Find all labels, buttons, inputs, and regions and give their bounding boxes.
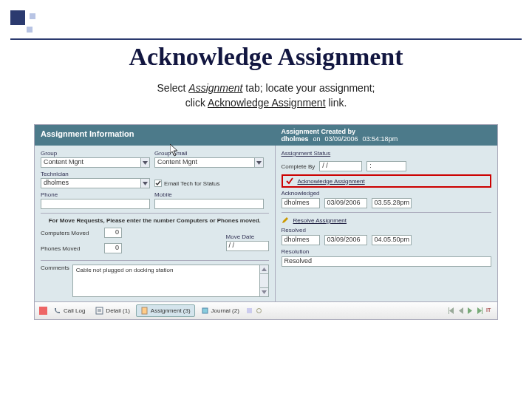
check-icon: [286, 177, 293, 185]
comments-value: Cable not plugged on docking station: [73, 265, 268, 275]
first-icon[interactable]: [448, 307, 454, 314]
created-by-label: Assignment Created by: [282, 128, 491, 135]
phone-input[interactable]: [41, 199, 150, 209]
left-column: Group Content Mgnt Group Email Content M…: [35, 146, 276, 301]
assignment-status-label: Assignment Status: [282, 150, 491, 157]
move-date-label: Move Date: [226, 233, 269, 240]
comments-textarea[interactable]: Cable not plugged on docking station: [72, 265, 269, 297]
chevron-down-icon[interactable]: [141, 157, 150, 168]
scrollbar[interactable]: [259, 265, 268, 296]
scroll-up-icon[interactable]: [260, 265, 268, 274]
clipboard-icon: [140, 307, 149, 315]
chevron-down-icon[interactable]: [141, 178, 150, 188]
group-email-label: Group Email: [154, 150, 264, 157]
group-email-value: Content Mgnt: [154, 157, 255, 168]
svg-rect-5: [202, 308, 208, 313]
detail-icon: [95, 307, 103, 315]
complete-by-time-input[interactable]: :: [366, 161, 406, 171]
ack-user: dholmes: [282, 198, 320, 208]
tool-icon[interactable]: [255, 307, 263, 315]
slide-corner-accent: [10, 10, 37, 37]
subtitle-assignment-tab: Assignment: [188, 82, 242, 94]
resolved-date: 03/09/2006: [324, 235, 367, 245]
computers-moved-label: Computers Moved: [41, 230, 100, 236]
subtitle-text: Select: [157, 82, 189, 94]
app-header: Assignment Information Assignment Create…: [35, 125, 497, 146]
tab-detail[interactable]: Detail (1): [91, 304, 134, 317]
group-email-select[interactable]: Content Mgnt: [154, 157, 264, 168]
group-select[interactable]: Content Mgnt: [41, 157, 150, 168]
tab-journal[interactable]: Journal (2): [197, 304, 244, 317]
last-icon[interactable]: [477, 307, 483, 314]
tab-label: Detail (1): [106, 307, 129, 314]
group-value: Content Mgnt: [41, 157, 141, 168]
checkbox-checked-icon: [154, 180, 162, 187]
resolve-assignment-link[interactable]: Resolve Assignment: [293, 217, 347, 224]
header-created-by: Assignment Created by dholmes on 03/09/2…: [276, 125, 497, 146]
acknowledged-label: Acknowledged: [282, 190, 491, 197]
divider: [282, 212, 491, 213]
resolved-user: dholmes: [282, 235, 320, 245]
tool-icon[interactable]: [245, 307, 253, 315]
tab-assignment[interactable]: Assignment (3): [136, 304, 195, 317]
created-date: 03/09/2006: [325, 135, 358, 143]
slide-subtitle: Select Assignment tab; locate your assig…: [0, 81, 532, 110]
resolution-label: Resolution: [282, 248, 491, 255]
technician-label: Technician: [41, 171, 150, 177]
it-badge: IT: [486, 307, 493, 314]
move-date-input[interactable]: / /: [226, 241, 269, 251]
chevron-down-icon[interactable]: [255, 157, 264, 168]
prev-icon[interactable]: [457, 307, 464, 314]
created-time: 03:54:18pm: [363, 135, 398, 143]
subtitle-text: link.: [326, 97, 347, 109]
technician-select[interactable]: dholmes: [41, 178, 150, 188]
scroll-down-icon[interactable]: [260, 287, 268, 296]
assignment-app-screenshot: Assignment Information Assignment Create…: [34, 124, 498, 320]
email-tech-label: Email Tech for Status: [164, 180, 219, 187]
move-header: For Move Requests, Please enter the numb…: [41, 217, 269, 225]
phone-label: Phone: [41, 191, 150, 198]
email-tech-checkbox[interactable]: Email Tech for Status: [154, 180, 264, 187]
technician-value: dholmes: [41, 178, 141, 188]
phones-moved-label: Phones Moved: [41, 245, 100, 252]
acknowledge-assignment-link[interactable]: Acknowledge Assignment: [298, 178, 365, 185]
app-icon: [39, 307, 47, 315]
slide-divider: [10, 38, 522, 40]
record-nav: IT: [448, 307, 493, 314]
subtitle-text: tab; locate your assignment;: [242, 82, 375, 94]
divider: [41, 213, 269, 214]
bottom-tab-bar: Call Log Detail (1) Assignment (3) Journ…: [35, 301, 497, 319]
group-label: Group: [41, 150, 150, 157]
tab-call-log[interactable]: Call Log: [49, 304, 89, 317]
pencil-icon: [282, 216, 289, 224]
mobile-label: Mobile: [154, 191, 264, 198]
resolved-time: 04.05.50pm: [372, 235, 412, 245]
svg-point-7: [256, 309, 261, 313]
subtitle-text: click: [185, 97, 208, 109]
app-body: Group Content Mgnt Group Email Content M…: [35, 146, 497, 301]
svg-rect-4: [142, 307, 147, 314]
right-column: Assignment Status Complete By / / : Ackn…: [276, 146, 497, 301]
tab-label: Call Log: [64, 307, 85, 314]
on-label: on: [313, 135, 321, 143]
ack-date: 03/09/2006: [324, 198, 367, 208]
journal-icon: [201, 307, 209, 315]
tab-label: Journal (2): [211, 307, 239, 314]
phone-icon: [53, 307, 61, 315]
resolved-label: Resolved: [282, 227, 491, 233]
created-by-user: dholmes: [282, 135, 309, 143]
mobile-input[interactable]: [154, 199, 264, 209]
acknowledge-highlight-box: Acknowledge Assignment: [282, 174, 491, 188]
svg-rect-0: [39, 307, 47, 315]
computers-moved-input[interactable]: 0: [104, 228, 122, 238]
svg-rect-6: [247, 308, 252, 313]
ack-time: 03.55.28pm: [372, 198, 412, 208]
slide-title: Acknowledge Assignment: [0, 43, 532, 71]
subtitle-ack-link: Acknowledge Assignment: [208, 97, 326, 109]
comments-label: Comments: [41, 265, 69, 271]
next-icon[interactable]: [467, 307, 474, 314]
phones-moved-input[interactable]: 0: [104, 243, 122, 253]
tab-label: Assignment (3): [151, 307, 191, 314]
complete-by-date-input[interactable]: / /: [319, 161, 362, 171]
resolution-input[interactable]: Resolved: [282, 256, 491, 267]
